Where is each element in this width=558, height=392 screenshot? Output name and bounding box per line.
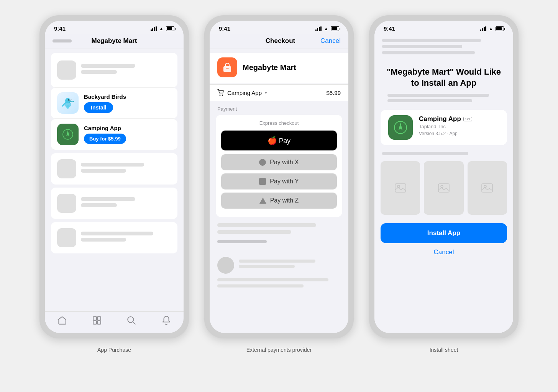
- phone2-label: External payments provider: [246, 347, 312, 353]
- camping-app-icon: [57, 124, 79, 145]
- install-cancel-link[interactable]: Cancel: [374, 247, 513, 260]
- phone-frame-2: 9:41 ▲ Checkout: [204, 15, 354, 338]
- wifi-icon-3: ▲: [489, 26, 493, 31]
- skel-text-4: [81, 232, 171, 244]
- svg-point-19: [484, 185, 486, 188]
- install-title: "Megabyte Mart" Would Like to Install an…: [384, 67, 504, 88]
- cancel-button-nav[interactable]: Cancel: [320, 37, 341, 45]
- svg-rect-16: [438, 184, 449, 192]
- signal-icon-1: [151, 26, 157, 31]
- install-content: "Megabyte Mart" Would Like to Install an…: [374, 34, 513, 333]
- image-icon-3: [481, 183, 493, 193]
- skel-2a: [81, 163, 144, 167]
- camping-app-details: Camping App Buy for $5.99: [84, 125, 171, 144]
- top-skel-3: [382, 51, 475, 54]
- merchant-bag-icon: [222, 62, 233, 73]
- skel-row-4: [51, 224, 177, 252]
- status-icons-3: ▲: [480, 26, 504, 31]
- skeleton-row-1: [51, 56, 177, 84]
- nav-title-1: Megabyte Mart: [91, 37, 137, 45]
- skel-icon-2: [57, 159, 76, 178]
- skel-line-1b: [81, 70, 117, 74]
- bird-app-icon: [57, 92, 79, 114]
- nav-back-bar-1: [53, 39, 72, 42]
- nav-bar-2: Checkout Cancel: [210, 34, 348, 49]
- phone-1-column: 9:41 ▲: [39, 15, 189, 353]
- skel-icon-4: [57, 228, 76, 247]
- skel-text-2: [81, 163, 171, 175]
- signal-icon-2: [315, 26, 322, 31]
- camping-icon-large: [388, 115, 413, 140]
- svg-point-3: [68, 100, 69, 101]
- avatar: [217, 257, 234, 274]
- svg-point-11: [220, 95, 221, 96]
- avatar-skel-2: [239, 265, 295, 268]
- skel-4a: [81, 232, 153, 235]
- express-checkout-box: Express checkout 🍎 Pay Pay with X: [216, 115, 342, 217]
- apple-pay-button[interactable]: 🍎 Pay: [221, 131, 337, 150]
- pay-y-icon: [259, 178, 266, 185]
- bird-app-details: Backyard Birds Install: [84, 93, 171, 113]
- status-time-3: 9:41: [384, 25, 395, 32]
- developer-name: Tapland, Inc: [419, 124, 472, 129]
- pay-z-label: Pay with Z: [270, 197, 299, 204]
- install-app-button[interactable]: Install App: [381, 223, 507, 243]
- status-time-2: 9:41: [219, 25, 230, 32]
- skel-3a: [81, 197, 135, 201]
- svg-rect-6: [97, 317, 101, 320]
- pay-x-icon: [259, 159, 266, 166]
- pay-z-icon: [259, 198, 266, 204]
- cart-row: Camping App ▾ $5.99: [210, 84, 348, 101]
- status-icons-2: ▲: [315, 26, 339, 31]
- library-icon: [92, 315, 102, 325]
- svg-point-2: [66, 105, 69, 109]
- install-sheet-header: "Megabyte Mart" Would Like to Install an…: [374, 59, 513, 110]
- skel-line-1a: [81, 64, 135, 68]
- screenshot-2: [424, 161, 463, 215]
- merchant-name: Megabyte Mart: [243, 63, 296, 72]
- screenshot-3: [468, 161, 507, 215]
- tab-home[interactable]: [57, 315, 67, 325]
- install-app-name: Camping App: [419, 115, 461, 123]
- apple-pay-label: Pay: [277, 137, 290, 145]
- bell-icon: [161, 315, 171, 325]
- svg-rect-10: [223, 66, 231, 72]
- skel-block-3: [217, 240, 267, 243]
- title-skel: [387, 94, 500, 102]
- svg-rect-14: [395, 184, 406, 192]
- skel-3b: [81, 203, 117, 207]
- tab-search[interactable]: [126, 315, 136, 325]
- checkout-content: Megabyte Mart Camping App ▾ $5.99: [210, 49, 348, 333]
- install-app-info: Camping App 12+ Tapland, Inc Version 3.5…: [381, 110, 507, 145]
- tab-notifications[interactable]: [161, 315, 171, 325]
- tab-library[interactable]: [92, 315, 102, 325]
- bottom-skel-2: [217, 284, 304, 287]
- status-icons-1: ▲: [151, 26, 174, 31]
- skel-text-3: [81, 197, 171, 209]
- avatar-skel: [239, 260, 341, 271]
- cart-item-name: Camping App: [227, 90, 262, 96]
- pay-y-button[interactable]: Pay with Y: [221, 173, 337, 189]
- backyard-birds-row: Backyard Birds Install: [51, 88, 177, 119]
- top-skel-2: [382, 45, 462, 48]
- status-bar-3: 9:41 ▲: [374, 21, 513, 34]
- express-label: Express checkout: [221, 120, 337, 126]
- camping-app-row: Camping App Buy for $5.99: [51, 119, 177, 150]
- phone1-content: Backyard Birds Install Camping App: [45, 49, 184, 311]
- mid-skel: [374, 150, 513, 161]
- pay-x-button[interactable]: Pay with X: [221, 154, 337, 170]
- skel-icon-1: [57, 60, 76, 80]
- buy-button[interactable]: Buy for $5.99: [84, 134, 126, 144]
- nav-title-2: Checkout: [266, 37, 295, 45]
- payment-section: Payment Express checkout 🍎 Pay Pay with …: [210, 106, 348, 287]
- install-button[interactable]: Install: [84, 102, 113, 113]
- nav-bar-1: Megabyte Mart: [45, 34, 184, 49]
- status-bar-1: 9:41 ▲: [45, 21, 184, 34]
- search-icon: [126, 315, 136, 325]
- pay-z-button[interactable]: Pay with Z: [221, 193, 337, 209]
- merchant-row: Megabyte Mart: [210, 53, 348, 83]
- phone1-label: App Purchase: [97, 347, 131, 353]
- status-time-1: 9:41: [54, 25, 66, 32]
- svg-rect-8: [97, 321, 101, 324]
- top-skel-area: [374, 34, 513, 59]
